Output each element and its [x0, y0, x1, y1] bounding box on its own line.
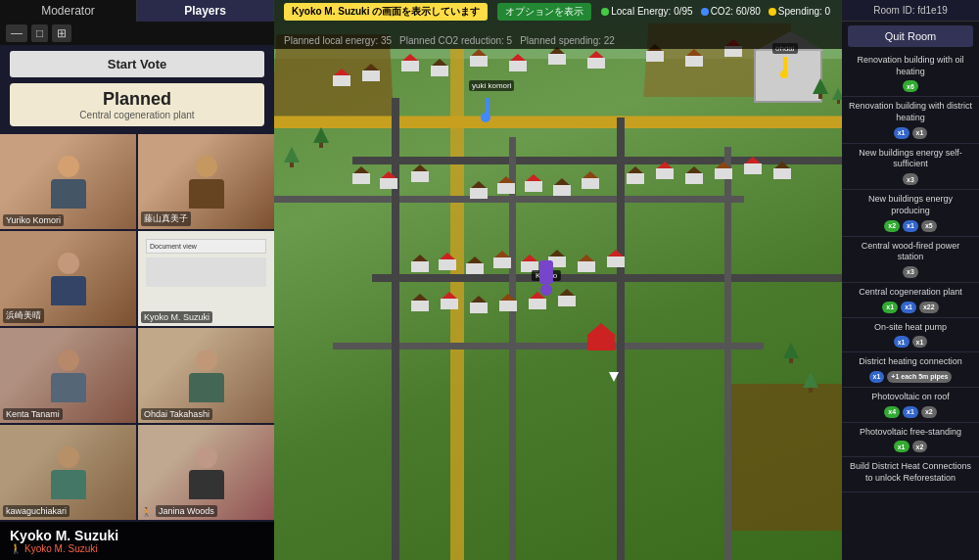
- hud-notice: Kyoko M. Suzuki の画面を表示しています: [284, 3, 488, 21]
- building-dot-6-1[interactable]: x1: [912, 336, 928, 348]
- building-dot-5-2[interactable]: x22: [919, 302, 939, 313]
- video-grid: Yuriko Komori 藤山真美子 浜崎美晴 Document view K…: [0, 132, 274, 522]
- spending-dot: [769, 8, 776, 16]
- map-marker-yellow: ohdai: [782, 57, 788, 78]
- right-panel: Room ID: fd1e19 Quit Room Renovation bui…: [842, 0, 979, 560]
- building-dot-3-0[interactable]: x2: [884, 220, 900, 232]
- building-name-7: District heating connection: [848, 356, 973, 368]
- building-name-3: New buildings energy producing: [848, 194, 973, 216]
- co2-value: CO2: 60/80: [711, 6, 761, 17]
- left-panel: Moderator Players — □ ⊞ Start Vote Plann…: [0, 0, 274, 560]
- maximize-button[interactable]: □: [31, 24, 48, 42]
- map-marker-blue: yuki komori: [484, 98, 490, 122]
- building-dot-6-0[interactable]: x1: [894, 336, 909, 348]
- player-name-3: 浜崎美晴: [3, 308, 44, 323]
- building-dot-7-1[interactable]: +1 each 5m pipes: [887, 371, 952, 383]
- building-item-4: Central wood-fired power stationx3: [842, 237, 979, 283]
- building-item-1: Renovation building with district heatin…: [842, 97, 979, 143]
- player-name-5: Kenta Tanami: [3, 408, 63, 420]
- building-item-9: Photovoltaic free-standingx1x2: [842, 423, 979, 458]
- buildings-list: Renovation building with oil heatingx6Re…: [842, 51, 979, 492]
- start-vote-button[interactable]: Start Vote: [10, 51, 264, 77]
- building-name-8: Photovoltaic on roof: [848, 392, 973, 403]
- building-dot-9-1[interactable]: x2: [912, 441, 928, 452]
- active-player-name: Kyoko M. Suzuki: [10, 528, 264, 543]
- building-name-5: Central cogeneration plant: [848, 287, 973, 299]
- walking-icon-sub: 🚶: [10, 543, 22, 554]
- building-item-0: Renovation building with oil heatingx6: [842, 51, 979, 97]
- name-bar: Kyoko M. Suzuki 🚶 Kyoko M. Suzuki: [0, 522, 274, 560]
- player-name-7: kawaguchiakari: [3, 505, 70, 517]
- tab-players[interactable]: Players: [137, 0, 274, 22]
- building-name-4: Central wood-fired power station: [848, 241, 973, 263]
- walking-icon-8: 🚶: [141, 507, 152, 517]
- planned-section: Planned Central cogeneration plant: [10, 83, 264, 126]
- video-cell-5: Kenta Tanami: [0, 328, 136, 423]
- building-dot-8-0[interactable]: x4: [884, 406, 900, 418]
- building-dot-1-1[interactable]: x1: [912, 127, 928, 139]
- planned-subtitle: Central cogeneration plant: [20, 110, 255, 120]
- video-cell-4: Document view Kyoko M. Suzuki: [138, 231, 274, 326]
- building-dot-3-2[interactable]: x5: [921, 220, 937, 232]
- planned-title: Planned: [20, 89, 255, 110]
- building-dot-2-0[interactable]: x3: [903, 173, 918, 185]
- building-dot-0-0[interactable]: x6: [903, 80, 918, 92]
- active-player-sub: 🚶 Kyoko M. Suzuki: [10, 543, 264, 554]
- tab-bar: Moderator Players: [0, 0, 274, 22]
- grid-button[interactable]: ⊞: [52, 24, 71, 42]
- building-item-3: New buildings energy producingx2x1x5: [842, 190, 979, 236]
- building-dot-5-0[interactable]: x1: [882, 302, 898, 313]
- building-dot-7-0[interactable]: x1: [869, 371, 885, 383]
- video-cell-8: 🚶 Janina Woods: [138, 425, 274, 520]
- quit-room-button[interactable]: Quit Room: [848, 25, 973, 47]
- game-view: Kyoko yuki komori ohdai: [274, 0, 842, 560]
- video-cell-2: 藤山真美子: [138, 134, 274, 229]
- building-item-2: New buildings energy self-sufficientx3: [842, 144, 979, 190]
- building-dot-3-1[interactable]: x1: [903, 220, 918, 232]
- building-name-9: Photovoltaic free-standing: [848, 427, 973, 439]
- building-name-6: On-site heat pump: [848, 322, 973, 334]
- building-item-7: District heating connectionx1+1 each 5m …: [842, 352, 979, 388]
- spending-value: Spending: 0: [778, 6, 830, 17]
- co2-dot: [701, 8, 709, 16]
- planned-spending-label: Planned spending: 22: [520, 35, 615, 46]
- local-energy-value: Local Energy: 0/95: [611, 6, 692, 17]
- window-controls: — □ ⊞: [0, 22, 274, 45]
- building-dot-8-2[interactable]: x2: [921, 406, 937, 418]
- mouse-cursor: [609, 372, 619, 382]
- building-name-0: Renovation building with oil heating: [848, 55, 973, 77]
- player-name-8: Janina Woods: [156, 505, 217, 517]
- player-name-2: 藤山真美子: [141, 211, 191, 226]
- player-name-4: Kyoko M. Suzuki: [141, 311, 212, 323]
- building-name-2: New buildings energy self-sufficient: [848, 148, 973, 170]
- building-dot-4-0[interactable]: x3: [903, 266, 918, 278]
- hud-planned-stats: Planned local energy: 35 Planned CO2 red…: [284, 35, 615, 46]
- building-dot-9-0[interactable]: x1: [894, 441, 909, 452]
- video-cell-7: kawaguchiakari: [0, 425, 136, 520]
- video-cell-3: 浜崎美晴: [0, 231, 136, 326]
- hud-bar: Kyoko M. Suzuki の画面を表示しています オプションを表示 Loc…: [274, 0, 842, 49]
- minimize-button[interactable]: —: [6, 24, 27, 42]
- building-item-6: On-site heat pumpx1x1: [842, 318, 979, 353]
- building-item-8: Photovoltaic on roofx4x1x2: [842, 388, 979, 423]
- room-id: Room ID: fd1e19: [842, 0, 979, 22]
- video-cell-6: Ohdai Takahashi: [138, 328, 274, 423]
- player-name-1: Yuriko Komori: [3, 214, 64, 226]
- building-name-10: Build District Heat Connections to unloc…: [848, 461, 973, 484]
- building-dot-8-1[interactable]: x1: [903, 406, 918, 418]
- building-dot-1-0[interactable]: x1: [894, 127, 909, 139]
- building-dot-5-1[interactable]: x1: [901, 302, 916, 313]
- player-name-6: Ohdai Takahashi: [141, 408, 212, 420]
- local-energy-dot: [601, 8, 609, 16]
- building-item-5: Central cogeneration plantx1x1x22: [842, 283, 979, 318]
- planned-local-label: Planned local energy: 35: [284, 35, 392, 46]
- video-cell-1: Yuriko Komori: [0, 134, 136, 229]
- tab-moderator[interactable]: Moderator: [0, 0, 137, 22]
- building-item-10: Build District Heat Connections to unloc…: [842, 457, 979, 491]
- hud-option-button[interactable]: オプションを表示: [497, 3, 591, 21]
- building-name-1: Renovation building with district heatin…: [848, 101, 973, 123]
- hud-stats: Local Energy: 0/95 CO2: 60/80 Spending: …: [601, 6, 830, 17]
- planned-co2-label: Planned CO2 reduction: 5: [399, 35, 512, 46]
